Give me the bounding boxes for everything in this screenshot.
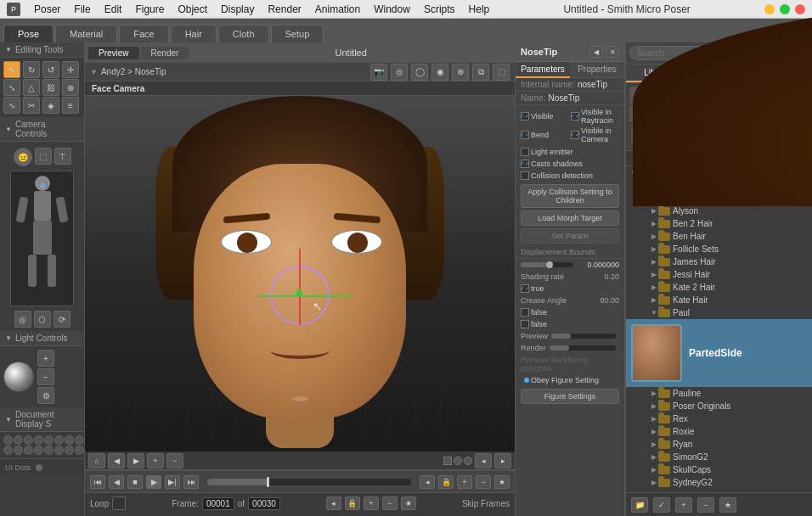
window-maximize[interactable] — [780, 4, 790, 14]
dot-7[interactable] — [65, 435, 74, 445]
subdivide-box[interactable] — [521, 320, 529, 328]
cam-top[interactable]: ⊤ — [54, 148, 71, 165]
tree-item-6[interactable]: ▶ Follicle Sets — [626, 243, 812, 255]
tool-wave[interactable]: ∿ — [3, 97, 20, 114]
dot-9[interactable] — [3, 446, 13, 455]
dot-15[interactable] — [65, 446, 74, 455]
menu-figure[interactable]: Figure — [135, 3, 164, 15]
cb-visible-box[interactable]: ✓ — [521, 112, 529, 121]
timeline-btn-minus[interactable]: − — [476, 475, 491, 489]
tree-item-15[interactable]: ▶ Rex — [626, 412, 812, 425]
tool-knife[interactable]: ✂ — [23, 97, 40, 114]
dot-1[interactable] — [3, 435, 13, 445]
lib-bottom-add[interactable]: + — [675, 497, 692, 513]
vp-scroll-left[interactable]: ◂ — [475, 453, 492, 468]
preview-slider[interactable] — [551, 334, 616, 339]
cam-nav1[interactable]: ◎ — [14, 311, 31, 328]
tab-pose[interactable]: Pose — [3, 25, 54, 42]
viewport[interactable]: ↖ — [85, 96, 515, 452]
tree-item-17[interactable]: ▶ Ryan — [626, 438, 812, 451]
vp-scroll-right[interactable]: ▸ — [494, 453, 511, 468]
vp-home[interactable]: ⌂ — [88, 453, 105, 468]
cb-camera-box[interactable]: ✓ — [571, 131, 579, 139]
dot-8[interactable] — [75, 435, 84, 445]
tree-item-7[interactable]: ▶ James Hair — [626, 255, 812, 268]
window-minimize[interactable] — [764, 4, 775, 14]
tree-item-20[interactable]: ▶ SydneyG2 — [626, 476, 812, 489]
menu-edit[interactable]: Edit — [104, 3, 122, 15]
cb-collision-box[interactable] — [521, 171, 529, 180]
light-controls-header[interactable]: ▼ Light Controls — [0, 331, 84, 346]
set-param-btn[interactable]: Set Param — [521, 228, 619, 244]
vp-btn1[interactable]: ◎ — [391, 64, 408, 81]
ui-dots-btn[interactable] — [36, 464, 42, 471]
tool-translate[interactable]: ✛ — [62, 61, 79, 78]
camera-controls-header[interactable]: ▼ Camera Controls — [0, 117, 84, 142]
vp-btn5[interactable]: ⧉ — [472, 64, 489, 81]
displacement-slider[interactable] — [521, 262, 573, 267]
tree-item-8[interactable]: ▶ Jessi Hair — [626, 268, 812, 281]
cb-raytrace-box[interactable]: ✓ — [571, 112, 579, 121]
cam-persp[interactable]: ⬚ — [35, 148, 52, 165]
tree-item-3[interactable]: ▶ Alyson — [626, 205, 812, 217]
dot-13[interactable] — [44, 446, 54, 455]
transport-prev[interactable]: ◀ — [109, 475, 124, 489]
smooth-box[interactable]: ✓ — [521, 284, 529, 293]
thumb-area[interactable]: PartedSide — [626, 319, 812, 387]
cb-shadows-box[interactable]: ✓ — [521, 160, 529, 168]
menu-help[interactable]: Help — [469, 3, 490, 15]
tool-morph[interactable]: ◈ — [42, 97, 59, 114]
apply-collision-btn[interactable]: Apply Collision Setting to Children — [521, 184, 619, 208]
dot-5[interactable] — [44, 435, 54, 445]
tab-face[interactable]: Face — [119, 25, 168, 42]
breadcrumb-andy2[interactable]: ▼ — [90, 68, 98, 76]
timeline-btn-add[interactable]: + — [457, 475, 472, 489]
frame-total[interactable]: 00030 — [248, 497, 280, 510]
menu-file[interactable]: File — [74, 3, 90, 15]
lib-bottom-check[interactable]: ✓ — [653, 497, 670, 513]
tool-hair-tool[interactable]: ≡ — [62, 97, 79, 114]
timeline-right-btn5[interactable]: ★ — [401, 496, 416, 510]
vp-btn6[interactable]: ⬚ — [493, 64, 510, 81]
tool-scale[interactable]: ⤡ — [3, 79, 20, 96]
light-sphere[interactable] — [3, 362, 34, 392]
tab-material[interactable]: Material — [55, 25, 117, 42]
transport-next[interactable]: ▶| — [165, 475, 180, 489]
panel-expand[interactable]: ◀ — [589, 46, 603, 58]
tree-item-13[interactable]: ▶ Pauline — [626, 387, 812, 400]
lib-bottom-star[interactable]: ★ — [719, 497, 736, 513]
lib-bottom-minus[interactable]: − — [697, 497, 714, 513]
tool-taper[interactable]: △ — [23, 79, 40, 96]
figure-settings-btn[interactable]: Figure Settings — [521, 389, 619, 404]
light-remove[interactable]: − — [37, 368, 54, 385]
tool-select[interactable]: ↖ — [3, 61, 20, 78]
dot-4[interactable] — [34, 435, 43, 445]
dot-16[interactable] — [75, 446, 84, 455]
transport-skip-back[interactable]: ⏮ — [90, 475, 105, 489]
dot-2[interactable] — [14, 435, 23, 445]
tree-item-19[interactable]: ▶ SkullCaps — [626, 463, 812, 476]
tree-item-18[interactable]: ▶ SimonG2 — [626, 451, 812, 463]
render-slider[interactable] — [550, 345, 616, 351]
tool-twist[interactable]: ↺ — [42, 61, 59, 78]
cam-nav3[interactable]: ⟳ — [54, 311, 70, 328]
tab-cloth[interactable]: Cloth — [218, 25, 269, 42]
vp-zoom-out[interactable]: − — [166, 453, 183, 468]
menu-object[interactable]: Object — [178, 3, 207, 15]
timeline-btn-star[interactable]: ★ — [494, 475, 510, 489]
panel-tab-params[interactable]: Parameters — [516, 62, 570, 78]
dot-14[interactable] — [54, 446, 64, 455]
transport-skip-fwd[interactable]: ⏭ — [183, 475, 199, 489]
timeline-right-btn2[interactable]: 🔒 — [345, 496, 360, 510]
vp-camera-icon[interactable]: 📷 — [370, 64, 387, 81]
radio-obey[interactable] — [524, 378, 529, 383]
dot-12[interactable] — [34, 446, 43, 455]
tree-item-16[interactable]: ▶ Roxie — [626, 425, 812, 438]
vp-btn4[interactable]: ⊕ — [452, 64, 469, 81]
cam-face[interactable]: 😐 — [14, 148, 32, 166]
vp-right[interactable]: ▶ — [127, 453, 144, 468]
document-display-header[interactable]: ▼ Document Display S — [0, 407, 84, 432]
menu-window[interactable]: Window — [374, 3, 410, 15]
display-origin-box[interactable] — [521, 308, 529, 317]
window-close[interactable] — [795, 4, 805, 14]
